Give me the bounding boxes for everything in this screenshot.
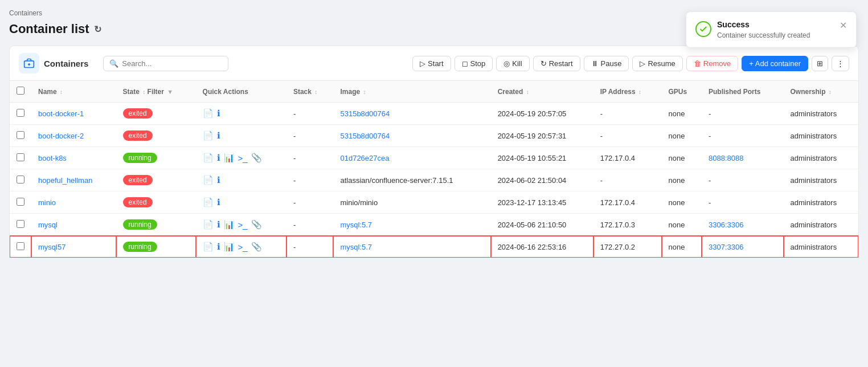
kill-button[interactable]: ◎ Kill	[496, 56, 529, 71]
doc-action-icon[interactable]: 📄	[203, 197, 214, 207]
main-card: Containers 🔍 ▷ Start ◻ Stop ◎	[9, 46, 859, 258]
image-text: minio/minio	[340, 198, 378, 207]
cell-state: exited	[116, 103, 196, 125]
select-all-checkbox[interactable]	[17, 87, 24, 95]
info-action-icon[interactable]: ℹ	[217, 219, 220, 230]
row-checkbox[interactable]	[17, 131, 24, 139]
search-box[interactable]: 🔍	[103, 56, 228, 71]
container-name-link[interactable]: boot-docker-2	[38, 132, 84, 140]
cell-ip: 172.27.0.2	[593, 236, 662, 258]
filter-icon[interactable]: ▼	[167, 88, 173, 95]
col-quick-actions: Quick Actions	[196, 81, 286, 103]
cell-image: mysql:5.7	[333, 214, 490, 236]
cell-gpus: none	[662, 214, 702, 236]
port-link[interactable]: 8088:8088	[709, 154, 743, 162]
doc-action-icon[interactable]: 📄	[203, 153, 214, 163]
row-checkbox[interactable]	[17, 242, 24, 250]
row-checkbox[interactable]	[17, 109, 24, 117]
info-action-icon[interactable]: ℹ	[217, 242, 220, 252]
stats-action-icon[interactable]: 📊	[224, 219, 235, 230]
row-checkbox[interactable]	[17, 198, 24, 206]
cell-name: minio	[31, 191, 116, 214]
attach-action-icon[interactable]: 📎	[251, 219, 262, 230]
state-badge: exited	[123, 197, 153, 207]
info-action-icon[interactable]: ℹ	[217, 175, 220, 185]
doc-action-icon[interactable]: 📄	[203, 242, 214, 252]
image-link[interactable]: 01d726e27cea	[340, 154, 389, 162]
cell-ownership: administrators	[784, 214, 858, 236]
toast-close-button[interactable]: ✕	[840, 20, 847, 31]
search-input[interactable]	[122, 59, 222, 68]
sort-name-icon[interactable]: ↕	[60, 89, 63, 95]
cell-image: minio/minio	[333, 191, 490, 214]
attach-action-icon[interactable]: 📎	[251, 242, 262, 252]
image-link[interactable]: mysql:5.7	[340, 221, 372, 229]
cell-ip: 172.17.0.4	[593, 191, 662, 214]
remove-button[interactable]: 🗑 Remove	[686, 56, 738, 71]
sort-created-icon[interactable]: ↕	[526, 89, 529, 95]
restart-button[interactable]: ↻ Restart	[533, 56, 580, 71]
grid-view-button[interactable]: ⊞	[812, 56, 828, 71]
row-checkbox[interactable]	[17, 153, 24, 161]
add-container-button[interactable]: + Add container	[742, 56, 808, 71]
cell-stack: -	[286, 169, 334, 191]
cell-image: 5315b8d00764	[333, 103, 490, 125]
doc-action-icon[interactable]: 📄	[203, 219, 214, 230]
port-link[interactable]: 3306:3306	[709, 221, 743, 229]
cell-ownership: administrators	[784, 125, 858, 147]
exec-action-icon[interactable]: >_	[238, 153, 248, 163]
start-button[interactable]: ▷ Start	[412, 56, 451, 71]
stats-action-icon[interactable]: 📊	[224, 153, 235, 163]
container-name-link[interactable]: minio	[38, 198, 56, 207]
exec-action-icon[interactable]: >_	[238, 242, 248, 252]
info-action-icon[interactable]: ℹ	[217, 197, 220, 207]
sort-ip-icon[interactable]: ↕	[638, 89, 641, 95]
cell-created: 2024-05-06 21:10:50	[491, 214, 593, 236]
info-action-icon[interactable]: ℹ	[217, 131, 220, 141]
info-action-icon[interactable]: ℹ	[217, 153, 220, 163]
image-link[interactable]: 5315b8d00764	[340, 109, 390, 118]
sort-image-icon[interactable]: ↕	[363, 89, 366, 95]
container-name-link[interactable]: hopeful_hellman	[38, 176, 92, 185]
image-link[interactable]: mysql:5.7	[340, 243, 372, 251]
container-name-link[interactable]: mysql	[38, 221, 58, 229]
table-wrap: Name ↕ State ↕ Filter ▼ Quick Actions St…	[10, 81, 858, 258]
containers-label: Containers	[44, 59, 88, 68]
info-action-icon[interactable]: ℹ	[217, 108, 220, 119]
sort-ownership-icon[interactable]: ↕	[829, 89, 832, 95]
cell-ownership: administrators	[784, 236, 858, 258]
pause-label: Pause	[601, 59, 622, 68]
cell-state: exited	[116, 125, 196, 147]
doc-action-icon[interactable]: 📄	[203, 175, 214, 185]
sort-state-icon[interactable]: ↕	[142, 89, 145, 95]
container-name-link[interactable]: boot-docker-1	[38, 109, 84, 118]
table-row: boot-docker-1 exited 📄ℹ - 5315b8d00764 2…	[10, 103, 858, 125]
stop-button[interactable]: ◻ Stop	[455, 56, 493, 71]
exec-action-icon[interactable]: >_	[238, 220, 248, 230]
cell-actions: 📄ℹ	[196, 103, 286, 125]
more-options-button[interactable]: ⋮	[832, 56, 849, 71]
resume-button[interactable]: ▷ Resume	[632, 56, 682, 71]
row-checkbox[interactable]	[17, 220, 24, 228]
cell-actions: 📄ℹ	[196, 125, 286, 147]
refresh-icon[interactable]: ↻	[94, 24, 101, 35]
cell-gpus: none	[662, 125, 702, 147]
cell-ownership: administrators	[784, 169, 858, 191]
cell-created: 2024-05-19 20:57:31	[491, 125, 593, 147]
cell-actions: 📄ℹ📊>_📎	[196, 236, 286, 258]
row-checkbox[interactable]	[17, 176, 24, 184]
doc-action-icon[interactable]: 📄	[203, 131, 214, 141]
pause-button[interactable]: ⏸ Pause	[584, 56, 629, 71]
stats-action-icon[interactable]: 📊	[224, 242, 235, 252]
sort-stack-icon[interactable]: ↕	[314, 89, 317, 95]
page-title-text: Container list	[9, 22, 89, 36]
cell-ip: 172.17.0.4	[593, 147, 662, 169]
kill-label: Kill	[512, 59, 522, 68]
doc-action-icon[interactable]: 📄	[203, 108, 214, 119]
attach-action-icon[interactable]: 📎	[251, 153, 262, 163]
port-link[interactable]: 3307:3306	[709, 243, 743, 251]
cell-stack: -	[286, 147, 334, 169]
container-name-link[interactable]: mysql57	[38, 243, 65, 251]
image-link[interactable]: 5315b8d00764	[340, 132, 390, 140]
container-name-link[interactable]: boot-k8s	[38, 154, 67, 162]
